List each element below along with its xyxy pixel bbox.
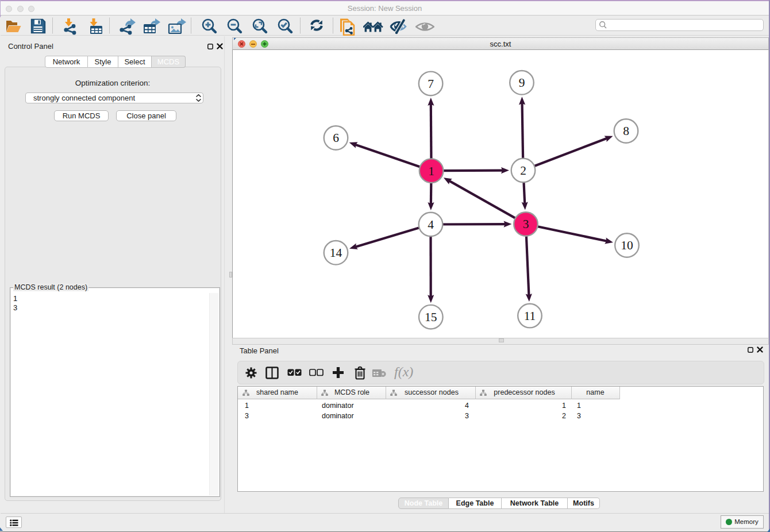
svg-text:10: 10 xyxy=(621,238,633,252)
svg-text:9: 9 xyxy=(519,76,525,90)
svg-text:14: 14 xyxy=(330,246,342,260)
svg-text:11: 11 xyxy=(524,309,536,323)
svg-text:3: 3 xyxy=(523,217,529,231)
svg-text:7: 7 xyxy=(428,77,434,91)
svg-text:1: 1 xyxy=(428,164,434,178)
svg-text:6: 6 xyxy=(333,131,339,145)
svg-text:8: 8 xyxy=(623,124,629,138)
svg-text:4: 4 xyxy=(428,218,434,232)
svg-text:2: 2 xyxy=(520,164,526,178)
svg-text:15: 15 xyxy=(425,310,437,324)
